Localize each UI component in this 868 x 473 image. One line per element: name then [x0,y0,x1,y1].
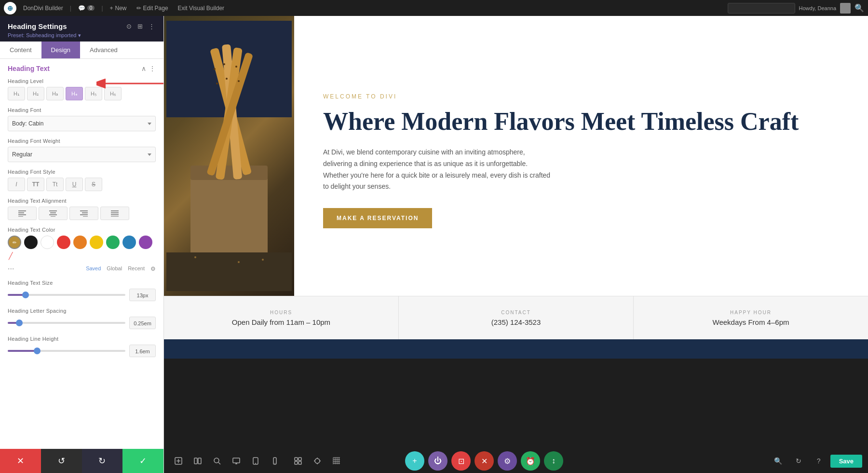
layout-btn[interactable] [189,452,206,470]
panel-grid-icon[interactable]: ⊞ [136,22,144,31]
divi-builder-button[interactable]: DonDivi Builder [20,4,66,13]
mobile-icon-btn[interactable] [266,452,284,470]
heading-text-size-thumb[interactable] [22,292,29,298]
h5-btn[interactable]: H₅ [85,87,102,100]
add-element-btn[interactable]: + [405,451,424,471]
strikethrough-btn[interactable]: S [85,178,102,191]
tab-content[interactable]: Content [0,42,41,58]
color-swatch-black[interactable] [24,236,38,249]
uppercase-btn[interactable]: TT [27,178,44,191]
panel-more-icon[interactable]: ⋮ [148,22,156,31]
settings-btn[interactable]: ⚙ [498,451,517,471]
tablet-icon-btn[interactable] [247,452,264,470]
section-collapse-btn[interactable]: ∧ [141,65,146,72]
color-swatch-white[interactable] [41,236,54,249]
cancel-button[interactable]: ✕ [0,449,41,473]
schedule-btn[interactable]: ⏰ [521,451,540,471]
save-button[interactable]: Save [830,455,862,468]
color-swatch-green[interactable] [106,236,120,249]
comment-count: 0 [87,5,95,11]
svg-line-41 [218,462,220,464]
wordpress-logo[interactable]: ⊕ [4,2,16,14]
help-btn[interactable]: ? [810,452,827,470]
color-swatch-purple[interactable] [139,236,152,249]
color-swatch-active[interactable]: ✏ [8,236,21,249]
color-swatch-orange[interactable] [73,236,87,249]
heading-letter-spacing-slider-row: 0.25em [8,317,156,329]
h6-btn[interactable]: H₆ [104,87,122,100]
svg-rect-51 [295,461,298,464]
heading-letter-spacing-thumb[interactable] [16,320,23,326]
heading-font-style-setting: Heading Font Style I TT Tt U S [8,169,156,191]
align-right-btn[interactable] [69,207,98,220]
top-bar-left: ⊕ DonDivi Builder | 💬 0 | + New ✏ Edit P… [4,2,227,14]
panel-focus-icon[interactable]: ⊙ [125,22,133,31]
color-swatch-yellow[interactable] [90,236,103,249]
color-tab-saved[interactable]: Saved [86,265,101,272]
grid-icon-btn[interactable] [328,452,345,470]
sort-btn[interactable]: ↕ [544,451,563,471]
portability-icon-btn[interactable] [309,452,326,470]
h2-btn[interactable]: H₂ [27,87,44,100]
history-btn[interactable]: ↻ [790,452,807,470]
underline-btn[interactable]: U [66,178,83,191]
search-icon-btn[interactable] [208,452,226,470]
undo-button[interactable]: ↺ [41,449,82,473]
tablet-icon [252,457,259,465]
tab-design[interactable]: Design [41,42,80,58]
new-button[interactable]: + New [107,4,130,13]
duplicate-btn[interactable]: ⊡ [451,451,471,471]
settings-icon [313,457,321,465]
panel-preset[interactable]: Preset: Subheading imported ▾ [8,32,156,39]
color-tab-global[interactable]: Global [107,265,122,272]
h3-btn[interactable]: H₃ [46,87,64,100]
color-tab-recent[interactable]: Recent [128,265,145,272]
italic-btn[interactable]: I [8,178,25,191]
top-search-input[interactable] [728,3,795,14]
heading-text-size-value[interactable]: 13px [129,289,156,301]
capitalize-btn[interactable]: Tt [46,178,64,191]
color-more-button[interactable]: ··· [8,264,14,273]
search-btn-right[interactable]: 🔍 [770,452,787,470]
heading-line-height-track[interactable] [8,350,125,352]
happy-value: Weekdays From 4–6pm [713,318,789,326]
heading-letter-spacing-track[interactable] [8,322,125,324]
color-swatch-red[interactable] [57,236,70,249]
h1-btn[interactable]: H₁ [8,87,25,100]
cta-button[interactable]: MAKE A RESERVATION [323,208,432,228]
redo-button[interactable]: ↻ [82,449,123,473]
heading-letter-spacing-value[interactable]: 0.25em [129,317,156,329]
heading-text-size-track[interactable] [8,294,125,296]
heading-line-height-slider-row: 1.6em [8,345,156,357]
heading-font-weight-select[interactable]: Regular [8,147,156,162]
heading-font-select[interactable]: Body: Cabin [8,116,156,131]
add-row-icon [175,457,182,465]
h4-btn[interactable]: H₄ [66,87,83,100]
align-left-btn[interactable] [8,207,37,220]
desktop-icon-btn[interactable] [228,452,245,470]
hero-heading[interactable]: Where Modern Flavors Meet Timeless Craft [323,108,839,135]
exit-visual-builder-button[interactable]: Exit Visual Builder [175,4,228,13]
user-avatar[interactable] [840,3,851,14]
heading-level-setting: Heading Level H₁ H₂ H₃ H₄ H₅ H₆ [8,78,156,100]
add-row-btn[interactable] [170,452,187,470]
power-btn[interactable]: ⏻ [428,451,448,471]
confirm-button[interactable]: ✓ [122,449,163,473]
edit-page-button[interactable]: ✏ Edit Page [134,4,171,13]
zoom-icon-btn[interactable] [289,452,307,470]
heading-line-height-value[interactable]: 1.6em [129,345,156,357]
contact-value: (235) 124-3523 [491,318,541,326]
color-swatch-blue[interactable] [122,236,136,249]
align-center-btn[interactable] [39,207,68,220]
delete-btn[interactable]: ✕ [475,451,494,471]
left-panel: Heading Settings ⊙ ⊞ ⋮ Preset: Subheadin… [0,16,164,473]
color-edit-icon[interactable]: ╱ [9,252,13,260]
tab-advanced[interactable]: Advanced [80,42,127,58]
section-more-btn[interactable]: ⋮ [149,65,156,72]
comment-button[interactable]: 💬 0 [75,4,98,13]
svg-rect-9 [51,216,55,217]
search-icon[interactable]: 🔍 [854,3,864,13]
heading-line-height-thumb[interactable] [34,348,41,354]
color-settings-icon[interactable]: ⚙ [150,265,156,272]
align-justify-btn[interactable] [100,207,129,220]
